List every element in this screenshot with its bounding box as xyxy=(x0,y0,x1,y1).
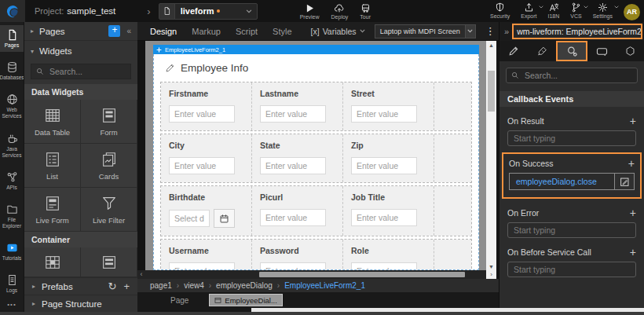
scroll-left-icon[interactable]: ‹ xyxy=(137,270,145,279)
add-on-result-action-icon[interactable]: + xyxy=(630,117,636,125)
expand-panel-icon[interactable]: » xyxy=(501,27,512,36)
birthdate-input[interactable] xyxy=(169,210,210,227)
widget-search-box[interactable] xyxy=(31,64,131,79)
sidebar-item-web-services[interactable]: Web Services xyxy=(0,90,24,123)
picurl-input[interactable] xyxy=(260,209,326,226)
live-form-widget[interactable]: EmployeeLiveForm2_1 Employee Info Firstn… xyxy=(153,45,479,270)
on-before-service-call-input[interactable] xyxy=(507,262,636,277)
tab-style[interactable]: Style xyxy=(273,27,291,36)
horizontal-scrollbar[interactable]: ‹ xyxy=(137,270,486,279)
deploy-button[interactable]: Deploy xyxy=(331,3,349,20)
collapse-panel-icon[interactable]: « xyxy=(126,27,131,35)
role-input[interactable] xyxy=(351,262,417,270)
scroll-right-icon[interactable]: › xyxy=(486,270,496,279)
street-input[interactable] xyxy=(351,105,417,123)
widgets-panel: ▸ Pages + « ▾ Widgets Data Widgets Data … xyxy=(24,22,137,312)
i18n-button[interactable]: I18N xyxy=(548,2,560,19)
sidebar-item-java-services[interactable]: Java Services xyxy=(0,129,24,162)
kebab-menu-icon[interactable]: ⋮ xyxy=(485,25,496,37)
scroll-up-icon[interactable]: ▲ xyxy=(486,41,496,49)
form-field-city: City xyxy=(161,134,252,182)
widgets-accordion[interactable]: ▾ Widgets xyxy=(24,41,137,61)
collapsed-arrow-icon: ▸ xyxy=(32,283,35,290)
sidebar-item-apis[interactable]: APIs xyxy=(0,167,24,194)
tab-properties[interactable] xyxy=(499,41,528,61)
chevron-down-icon xyxy=(539,5,543,9)
device-selector-dropdown[interactable]: Laptop with MDPI Screen xyxy=(375,24,476,38)
add-on-error-action-icon[interactable]: + xyxy=(630,209,636,217)
city-input[interactable] xyxy=(169,157,235,174)
password-input[interactable] xyxy=(260,262,326,270)
prefabs-accordion[interactable]: ▸ Prefabs ↻ + xyxy=(24,277,137,295)
breadcrumb-employee-liveform[interactable]: EmployeeLiveForm2_1 xyxy=(284,281,365,290)
security-button[interactable]: Security xyxy=(490,2,510,19)
pages-accordion[interactable]: ▸ Pages + « xyxy=(24,22,137,41)
job-title-input[interactable] xyxy=(351,209,417,226)
tab-employee-dialog[interactable]: EmployeeDial... xyxy=(209,294,283,306)
vertical-scroll-thumb[interactable] xyxy=(488,71,495,112)
sidebar-item-tutorials[interactable]: Tutorials xyxy=(0,238,24,265)
vcs-button[interactable]: VCS xyxy=(570,2,581,19)
page-selector-dropdown[interactable]: liveform xyxy=(159,3,258,20)
nodes-icon xyxy=(6,171,18,183)
callback-events-list: On Result + On Success + employeeDialog.… xyxy=(499,107,644,277)
zip-input[interactable] xyxy=(351,157,417,174)
calendar-button[interactable] xyxy=(214,209,235,228)
scroll-down-icon[interactable]: ▼ xyxy=(486,262,496,270)
tab-styles[interactable] xyxy=(528,41,556,61)
tab-security[interactable] xyxy=(616,41,644,61)
add-on-success-action-icon[interactable]: + xyxy=(628,159,635,167)
tab-design[interactable]: Design xyxy=(150,27,177,36)
tab-events[interactable] xyxy=(556,41,587,61)
widget-tile-cards[interactable]: Cards xyxy=(81,144,137,188)
vertical-scrollbar[interactable]: ▲ ▼ xyxy=(486,41,496,270)
tab-page[interactable]: Page xyxy=(170,296,188,305)
tour-button[interactable]: Tour xyxy=(360,3,371,20)
branch-icon xyxy=(571,2,581,13)
breadcrumb-employee-dialog[interactable]: employeeDialog xyxy=(216,281,273,290)
widget-tile-live-filter[interactable]: Live Filter xyxy=(81,188,137,232)
selected-widget-name: EmployeeLiveForm2_1 xyxy=(165,46,225,53)
tab-markup[interactable]: Markup xyxy=(192,27,221,36)
firstname-input[interactable] xyxy=(169,105,235,123)
horizontal-scroll-thumb[interactable] xyxy=(259,272,465,277)
wavemaker-logo[interactable] xyxy=(0,0,25,22)
refresh-icon[interactable]: ↻ xyxy=(108,280,117,292)
edit-on-success-button[interactable] xyxy=(614,173,635,190)
widget-tile-form[interactable]: Form xyxy=(81,100,137,144)
widget-tile-panel[interactable] xyxy=(81,247,137,277)
tab-script[interactable]: Script xyxy=(236,27,258,36)
widget-tile-grid-layout[interactable] xyxy=(24,247,81,277)
state-input[interactable] xyxy=(260,157,326,174)
add-page-button[interactable]: + xyxy=(108,25,120,37)
username-input[interactable] xyxy=(169,262,235,270)
user-avatar[interactable]: AR xyxy=(624,4,640,20)
sidebar-item-logs[interactable]: Logs xyxy=(0,270,24,297)
page-structure-accordion[interactable]: ▸ Page Structure xyxy=(24,295,137,312)
widget-tile-list[interactable]: List xyxy=(24,144,81,188)
add-prefab-icon[interactable]: + xyxy=(123,280,130,292)
on-error-input[interactable] xyxy=(507,222,636,238)
on-success-action-link[interactable]: employeeDialog.close xyxy=(509,173,614,190)
sidebar-item-pages[interactable]: Pages xyxy=(0,25,24,52)
widget-tile-data-table[interactable]: Data Table xyxy=(24,100,81,144)
widget-tile-live-form[interactable]: Live Form xyxy=(24,188,81,232)
tab-device[interactable] xyxy=(587,41,616,61)
properties-search-box[interactable] xyxy=(506,68,638,83)
variables-button[interactable]: [x] Variables xyxy=(311,27,365,36)
widget-selection-bar[interactable]: EmployeeLiveForm2_1 xyxy=(153,45,479,54)
sidebar-item-file-explorer[interactable]: File Explorer xyxy=(0,200,24,233)
export-button[interactable]: Export xyxy=(521,2,536,19)
more-options-icon[interactable]: ••• xyxy=(7,297,16,312)
pencil-icon xyxy=(508,46,519,57)
breadcrumb-view4[interactable]: view4 xyxy=(184,281,204,290)
preview-button[interactable]: Preview xyxy=(300,3,320,20)
lastname-input[interactable] xyxy=(260,105,326,123)
widget-search-input[interactable] xyxy=(48,66,126,77)
add-on-before-service-call-action-icon[interactable]: + xyxy=(630,248,636,256)
settings-button[interactable]: Settings xyxy=(593,2,613,19)
breadcrumb-page1[interactable]: page1 xyxy=(150,281,172,290)
properties-search-input[interactable] xyxy=(523,70,632,81)
on-result-input[interactable] xyxy=(507,130,636,146)
sidebar-item-databases[interactable]: Databases xyxy=(0,57,24,84)
